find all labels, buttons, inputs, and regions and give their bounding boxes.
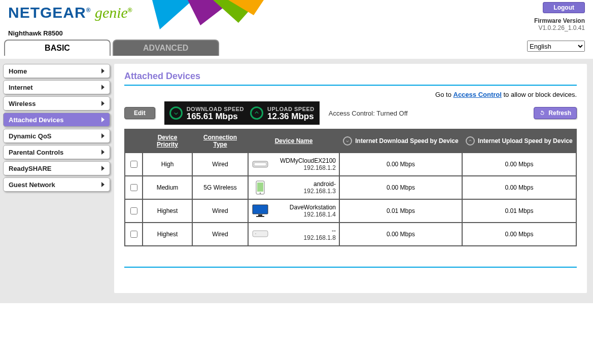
- logo-genie: genie: [95, 4, 128, 21]
- cell-connection: 5G Wireless: [192, 176, 248, 199]
- svg-point-8: [260, 193, 261, 194]
- svg-rect-9: [253, 205, 268, 214]
- sidebar-item-label: Dynamic QoS: [9, 132, 52, 140]
- col-priority[interactable]: Device Priority: [143, 129, 192, 153]
- download-icon: [169, 106, 183, 120]
- divider: [124, 267, 577, 268]
- tab-advanced[interactable]: ADVANCED: [113, 40, 219, 56]
- divider: [124, 85, 577, 86]
- table-row: HighestWired--192.168.1.80.00 Mbps0.00 M…: [125, 223, 576, 246]
- device-name: android-: [273, 180, 336, 188]
- cell-upload: 0.00 Mbps: [462, 176, 576, 199]
- svg-point-13: [255, 233, 256, 234]
- device-ip: 192.168.1.3: [273, 188, 336, 195]
- download-icon: [343, 136, 352, 145]
- device-type-icon: [252, 228, 269, 241]
- refresh-button[interactable]: Refresh: [534, 107, 577, 119]
- sidebar-item-home[interactable]: Home: [3, 64, 110, 78]
- chevron-right-icon: [101, 68, 104, 74]
- svg-rect-12: [253, 231, 268, 237]
- upload-label: UPLOAD SPEED: [267, 106, 315, 112]
- logo-netgear: NETGEAR: [8, 4, 86, 21]
- brand-logo: NETGEAR® genie®: [8, 4, 132, 21]
- device-type-icon: [252, 204, 269, 217]
- chevron-right-icon: [101, 150, 104, 155]
- tab-basic[interactable]: BASIC: [4, 40, 111, 56]
- cell-upload: 0.00 Mbps: [462, 153, 576, 176]
- table-row: HighestWiredDaveWorkstation192.168.1.40.…: [125, 199, 576, 223]
- access-control-link[interactable]: Access Control: [454, 91, 502, 98]
- speed-banner: DOWNLOAD SPEED 165.61 Mbps UPLOAD SPEED …: [164, 101, 320, 125]
- refresh-icon: [539, 110, 545, 116]
- chevron-right-icon: [101, 182, 104, 187]
- cell-upload: 0.01 Mbps: [462, 199, 576, 223]
- sidebar-item-internet[interactable]: Internet: [3, 80, 110, 94]
- chevron-right-icon: [101, 85, 104, 90]
- cell-connection: Wired: [192, 223, 248, 246]
- sidebar-item-parental-controls[interactable]: Parental Controls: [3, 145, 110, 159]
- svg-rect-7: [257, 183, 263, 192]
- sidebar-item-readyshare[interactable]: ReadySHARE: [3, 161, 110, 175]
- download-label: DOWNLOAD SPEED: [187, 106, 244, 112]
- sidebar-item-wireless[interactable]: Wireless: [3, 96, 110, 111]
- sidebar-item-guest-network[interactable]: Guest Network: [3, 177, 110, 192]
- col-download[interactable]: Internet Download Speed by Device: [339, 129, 462, 153]
- device-type-icon: [252, 158, 269, 171]
- firmware-version: V1.0.2.26_1.0.41: [534, 24, 585, 31]
- col-connection[interactable]: Connection Type: [192, 129, 248, 153]
- col-name[interactable]: Device Name: [248, 129, 339, 153]
- sidebar-item-label: ReadySHARE: [9, 165, 52, 172]
- logout-button[interactable]: Logout: [543, 2, 585, 13]
- sidebar-item-attached-devices[interactable]: Attached Devices: [3, 113, 110, 127]
- sidebar-item-label: Wireless: [9, 100, 36, 107]
- svg-rect-10: [258, 214, 262, 216]
- cell-download: 0.00 Mbps: [339, 153, 462, 176]
- cell-priority: Medium: [143, 176, 192, 199]
- sidebar-item-dynamic-qos[interactable]: Dynamic QoS: [3, 129, 110, 143]
- chevron-right-icon: [101, 101, 104, 106]
- firmware-label: Firmware Version: [534, 17, 585, 24]
- col-upload[interactable]: Internet Upload Speed by Device: [462, 129, 576, 153]
- row-checkbox[interactable]: [130, 184, 137, 191]
- sidebar-item-label: Attached Devices: [9, 116, 63, 124]
- sidebar-item-label: Parental Controls: [9, 149, 63, 156]
- sidebar-item-label: Internet: [9, 84, 33, 91]
- registered-icon: ®: [86, 7, 91, 14]
- edit-button[interactable]: Edit: [124, 107, 155, 119]
- device-ip: 192.168.1.2: [273, 164, 336, 171]
- row-checkbox[interactable]: [130, 231, 137, 238]
- chevron-right-icon: [101, 166, 104, 171]
- row-checkbox[interactable]: [130, 161, 137, 168]
- device-ip: 192.168.1.8: [273, 234, 336, 241]
- svg-rect-5: [254, 163, 266, 166]
- access-control-status: Access Control: Turned Off: [329, 110, 408, 117]
- svg-marker-0: [152, 0, 193, 29]
- language-select[interactable]: English: [527, 41, 585, 52]
- goto-prefix: Go to: [435, 91, 453, 98]
- cell-connection: Wired: [192, 153, 248, 176]
- cell-priority: Highest: [143, 223, 192, 246]
- upload-value: 12.36 Mbps: [267, 112, 315, 121]
- cell-download: 0.00 Mbps: [339, 176, 462, 199]
- sidebar: Home Internet Wireless Attached Devices …: [0, 59, 114, 303]
- table-header: Device Priority Connection Type Device N…: [125, 129, 576, 153]
- device-name: --: [273, 227, 336, 234]
- device-name: WDMyCloudEX2100: [273, 157, 336, 164]
- chevron-right-icon: [101, 117, 104, 122]
- registered-icon: ®: [128, 7, 132, 14]
- device-name: DaveWorkstation: [273, 204, 336, 211]
- upload-icon: [466, 136, 475, 145]
- table-row: Medium5G Wirelessandroid-192.168.1.30.00…: [125, 176, 576, 199]
- svg-rect-11: [256, 216, 264, 217]
- sidebar-item-label: Guest Network: [9, 181, 55, 189]
- goto-suffix: to allow or block devices.: [502, 91, 577, 98]
- col-checkbox: [125, 129, 143, 153]
- cell-connection: Wired: [192, 199, 248, 223]
- download-value: 165.61 Mbps: [187, 112, 244, 121]
- sidebar-item-label: Home: [9, 67, 27, 75]
- row-checkbox[interactable]: [130, 207, 137, 214]
- table-row: HighWiredWDMyCloudEX2100192.168.1.20.00 …: [125, 153, 576, 176]
- cell-download: 0.01 Mbps: [339, 199, 462, 223]
- upload-icon: [250, 106, 263, 120]
- refresh-label: Refresh: [548, 110, 571, 117]
